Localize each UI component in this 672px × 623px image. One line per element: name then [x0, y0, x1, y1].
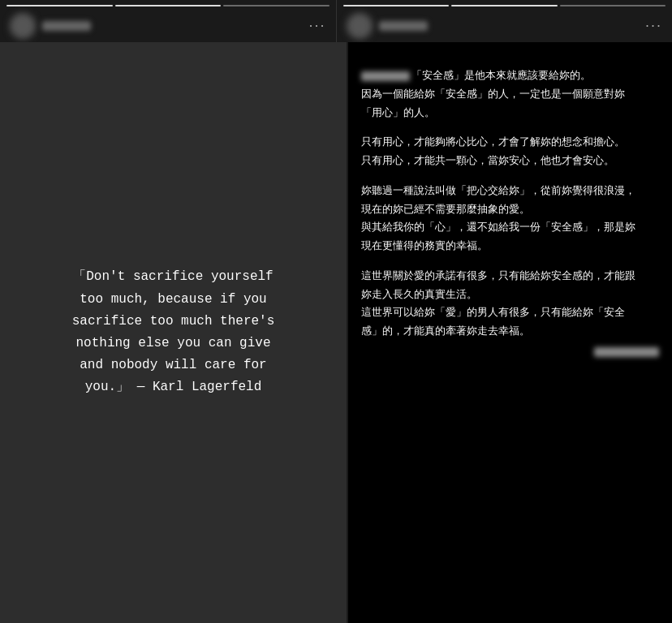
bottom-mention	[361, 347, 659, 357]
left-username	[42, 21, 91, 31]
left-story-panel: 「Don't sacrifice yourself too much, beca…	[0, 42, 348, 623]
quote-text: 「Don't sacrifice yourself too much, beca…	[72, 266, 275, 398]
bottom-mention-blur	[594, 347, 659, 357]
right-progress-bar-3	[560, 5, 666, 6]
para-3: 妳聽過一種說法叫做「把心交給妳」，從前妳覺得很浪漫， 現在的妳已經不需要那麼抽象…	[361, 182, 659, 256]
mention-1	[361, 71, 410, 81]
para-4: 這世界關於愛的承諾有很多，只有能給妳安全感的，才能跟 妳走入長久的真實生活。 這…	[361, 267, 659, 341]
right-username	[379, 21, 428, 31]
right-avatar	[347, 13, 373, 39]
chinese-content: 「安全感」是他本來就應該要給妳的。 因為一個能給妳「安全感」的人，一定也是一個願…	[361, 67, 659, 341]
left-progress-bar-3	[223, 5, 330, 6]
right-more-button[interactable]: ···	[645, 17, 662, 34]
right-story-panel: 「安全感」是他本來就應該要給妳的。 因為一個能給妳「安全感」的人，一定也是一個願…	[348, 42, 672, 623]
left-progress-bar-2	[115, 5, 222, 6]
left-more-button[interactable]: ···	[308, 17, 325, 34]
para-2: 只有用心，才能夠將心比心，才會了解妳的想念和擔心。 只有用心，才能共一顆心，當妳…	[361, 133, 659, 170]
left-avatar	[10, 13, 36, 39]
right-progress-bar-1	[343, 5, 450, 6]
left-progress-bar-1	[6, 5, 113, 6]
para-1: 「安全感」是他本來就應該要給妳的。 因為一個能給妳「安全感」的人，一定也是一個願…	[361, 67, 659, 122]
right-progress-bar-2	[451, 5, 558, 6]
